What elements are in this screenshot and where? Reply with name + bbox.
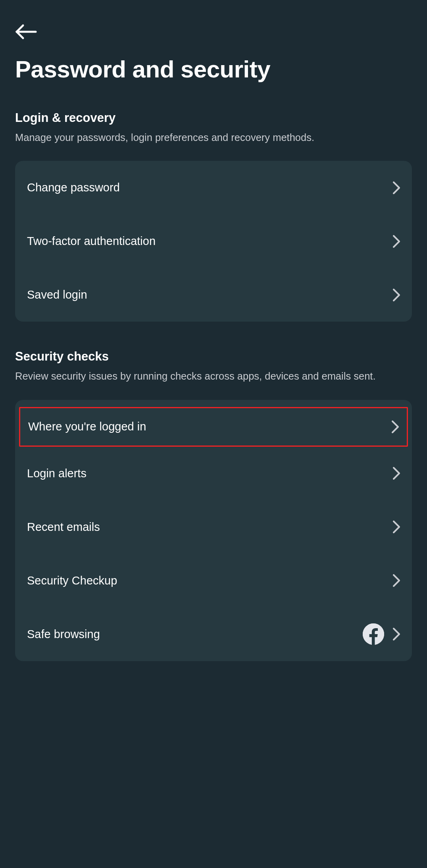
settings-card: Change password Two-factor authenticatio… <box>15 161 412 322</box>
section-title: Login & recovery <box>15 111 412 125</box>
section-title: Security checks <box>15 349 412 364</box>
list-item-label: Where you're logged in <box>28 420 146 433</box>
section-subtitle: Review security issues by running checks… <box>15 368 412 384</box>
chevron-right-icon <box>392 420 399 433</box>
section-login-recovery: Login & recovery Manage your passwords, … <box>15 111 412 322</box>
where-logged-in-item[interactable]: Where you're logged in <box>19 407 408 447</box>
chevron-right-icon <box>393 235 400 248</box>
chevron-right-icon <box>393 521 400 533</box>
facebook-icon <box>363 623 384 645</box>
saved-login-item[interactable]: Saved login <box>15 268 412 322</box>
chevron-right-icon <box>393 467 400 480</box>
chevron-right-icon <box>393 181 400 194</box>
list-item-label: Safe browsing <box>27 628 100 641</box>
two-factor-authentication-item[interactable]: Two-factor authentication <box>15 214 412 268</box>
list-item-label: Saved login <box>27 288 87 301</box>
safe-browsing-item[interactable]: Safe browsing <box>15 608 412 661</box>
section-subtitle: Manage your passwords, login preferences… <box>15 130 412 145</box>
recent-emails-item[interactable]: Recent emails <box>15 500 412 554</box>
chevron-right-icon <box>393 574 400 587</box>
chevron-right-icon <box>393 628 400 640</box>
chevron-right-icon <box>393 289 400 301</box>
change-password-item[interactable]: Change password <box>15 161 412 214</box>
list-item-label: Security Checkup <box>27 574 117 587</box>
list-item-label: Two-factor authentication <box>27 235 156 248</box>
page-title: Password and security <box>15 56 412 83</box>
back-button[interactable] <box>15 24 412 40</box>
list-item-label: Recent emails <box>27 521 100 534</box>
settings-card: Where you're logged in Login alerts Rece… <box>15 400 412 661</box>
arrow-left-icon <box>15 24 37 40</box>
list-item-label: Login alerts <box>27 467 87 480</box>
list-item-label: Change password <box>27 181 120 194</box>
security-checkup-item[interactable]: Security Checkup <box>15 554 412 608</box>
section-security-checks: Security checks Review security issues b… <box>15 349 412 661</box>
login-alerts-item[interactable]: Login alerts <box>15 447 412 500</box>
